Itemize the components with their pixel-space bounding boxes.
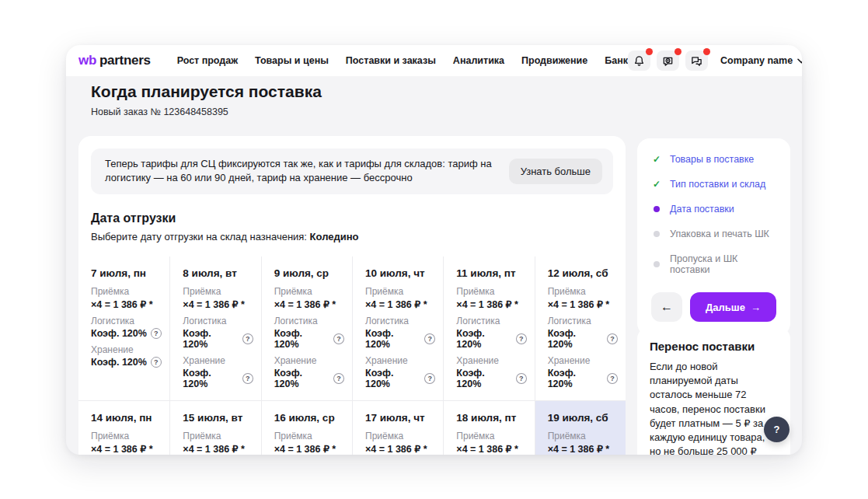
storage-coef-value: Коэф. 120% ? bbox=[365, 368, 435, 389]
coef-tooltip-icon[interactable]: ? bbox=[333, 333, 344, 344]
coef-tooltip-icon[interactable]: ? bbox=[607, 333, 618, 344]
transfer-title: Перенос поставки bbox=[650, 340, 778, 353]
banner-text: Теперь тарифы для СЦ фиксируются так же,… bbox=[105, 157, 495, 186]
step-item[interactable]: Дата поставки bbox=[651, 204, 776, 215]
support-button[interactable] bbox=[657, 51, 679, 71]
coef-tooltip-icon[interactable]: ? bbox=[151, 328, 162, 339]
nav-item[interactable]: Продвижение bbox=[521, 55, 587, 66]
date-cell-header: 18 июля, пт bbox=[456, 412, 526, 424]
shipping-date-card: Теперь тарифы для СЦ фиксируются так же,… bbox=[78, 136, 626, 455]
help-bubble-icon bbox=[662, 55, 674, 67]
current-step-dot-icon bbox=[651, 206, 662, 212]
date-grid-row: 14 июля, пнПриёмка×4 = 1 386 ₽ *Логистик… bbox=[78, 400, 626, 455]
logistics-coef-value: Коэф. 120% ? bbox=[91, 328, 162, 339]
coef-tooltip-icon[interactable]: ? bbox=[151, 357, 162, 368]
back-button[interactable]: ← bbox=[651, 292, 682, 322]
company-selector[interactable]: Company name bbox=[720, 55, 802, 66]
coef-tooltip-icon[interactable]: ? bbox=[333, 373, 344, 384]
acceptance-label: Приёмка bbox=[548, 431, 618, 441]
acceptance-label: Приёмка bbox=[274, 286, 344, 297]
notification-dot bbox=[703, 48, 710, 55]
next-button[interactable]: Дальше → bbox=[690, 292, 776, 322]
storage-label: Хранение bbox=[274, 355, 344, 366]
acceptance-label: Приёмка bbox=[548, 286, 618, 297]
date-cell[interactable]: 9 июля, срПриёмка×4 = 1 386 ₽ *Логистика… bbox=[261, 256, 352, 400]
nav-right-cluster: Company name bbox=[628, 51, 802, 71]
storage-label: Хранение bbox=[365, 355, 435, 366]
nav-item[interactable]: Банк bbox=[605, 55, 628, 66]
step-label: Товары в поставке bbox=[670, 154, 754, 165]
step-item[interactable]: Пропуска и ШК поставки bbox=[651, 253, 776, 275]
acceptance-value: ×4 = 1 386 ₽ * bbox=[456, 298, 526, 310]
date-cell[interactable]: 15 июля, втПриёмка×4 = 1 386 ₽ *Логистик… bbox=[169, 401, 260, 455]
messages-button[interactable] bbox=[685, 51, 708, 71]
check-icon: ✓ bbox=[651, 179, 662, 190]
check-icon: ✓ bbox=[651, 154, 662, 165]
storage-label: Хранение bbox=[456, 355, 526, 366]
date-cell-header: 16 июля, ср bbox=[274, 412, 344, 424]
notifications-button[interactable] bbox=[628, 51, 650, 71]
nav-item[interactable]: Рост продаж bbox=[177, 55, 238, 66]
acceptance-value: ×4 = 1 386 ₽ * bbox=[274, 298, 344, 310]
step-label: Упаковка и печать ШК bbox=[670, 229, 769, 239]
logo-partners: partners bbox=[99, 53, 151, 68]
nav-item[interactable]: Аналитика bbox=[453, 55, 504, 66]
date-cell[interactable]: 17 июля, чтПриёмка×4 = 1 386 ₽ *Логистик… bbox=[352, 401, 443, 455]
nav-item[interactable]: Товары и цены bbox=[255, 55, 329, 66]
date-cell-header: 11 июля, пт bbox=[456, 267, 526, 279]
storage-label: Хранение bbox=[548, 355, 618, 366]
logistics-coef-value: Коэф. 120% ? bbox=[548, 328, 618, 350]
step-item[interactable]: Упаковка и печать ШК bbox=[651, 229, 776, 239]
date-cell[interactable]: 16 июля, срПриёмка×4 = 1 386 ₽ *Логистик… bbox=[261, 401, 352, 455]
steps-panel: ✓Товары в поставке✓Тип поставки и складД… bbox=[637, 138, 790, 336]
date-grid-row: 7 июля, пнПриёмка×4 = 1 386 ₽ *Логистика… bbox=[78, 256, 626, 400]
step-label: Тип поставки и склад bbox=[670, 179, 765, 190]
acceptance-value: ×4 = 1 386 ₽ * bbox=[183, 298, 253, 310]
notification-dot bbox=[646, 48, 653, 55]
date-cell-header: 19 июля, сб bbox=[548, 412, 618, 424]
date-cell-header: 9 июля, ср bbox=[274, 267, 344, 279]
logistics-coef-value: Коэф. 120% ? bbox=[274, 328, 344, 350]
date-cell[interactable]: 7 июля, пнПриёмка×4 = 1 386 ₽ *Логистика… bbox=[78, 256, 169, 400]
acceptance-value: ×4 = 1 386 ₽ * bbox=[91, 298, 162, 310]
date-cell[interactable]: 18 июля, птПриёмка×4 = 1 386 ₽ *Логистик… bbox=[443, 401, 534, 455]
step-item[interactable]: ✓Тип поставки и склад bbox=[651, 179, 776, 190]
storage-coef-value: Коэф. 120% ? bbox=[274, 368, 344, 389]
acceptance-value: ×4 = 1 386 ₽ * bbox=[456, 443, 526, 455]
learn-more-button[interactable]: Узнать больше bbox=[509, 159, 602, 184]
date-cell[interactable]: 11 июля, птПриёмка×4 = 1 386 ₽ *Логистик… bbox=[443, 256, 534, 400]
coef-tooltip-icon[interactable]: ? bbox=[424, 373, 435, 384]
logistics-coef-value: Коэф. 120% ? bbox=[183, 328, 253, 350]
coef-tooltip-icon[interactable]: ? bbox=[424, 333, 435, 344]
coef-tooltip-icon[interactable]: ? bbox=[516, 373, 527, 384]
acceptance-label: Приёмка bbox=[365, 286, 435, 297]
storage-coef-value: Коэф. 120% ? bbox=[183, 368, 253, 389]
coef-tooltip-icon[interactable]: ? bbox=[242, 373, 253, 384]
date-cell[interactable]: 10 июля, чтПриёмка×4 = 1 386 ₽ *Логистик… bbox=[352, 256, 443, 400]
step-label: Пропуска и ШК поставки bbox=[670, 253, 776, 275]
date-cell[interactable]: 8 июля, втПриёмка×4 = 1 386 ₽ *Логистика… bbox=[169, 256, 260, 400]
date-cell-header: 8 июля, вт bbox=[183, 267, 253, 279]
top-navigation: wb partners Рост продажТовары и ценыПост… bbox=[66, 45, 802, 76]
coef-tooltip-icon[interactable]: ? bbox=[607, 373, 618, 384]
date-cell[interactable]: 19 июля, сбПриёмка×4 = 1 386 ₽ *Логистик… bbox=[535, 401, 626, 455]
transfer-text: Если до новой планируемой даты осталось … bbox=[650, 360, 778, 455]
date-cell[interactable]: 12 июля, сбПриёмка×4 = 1 386 ₽ *Логистик… bbox=[535, 256, 626, 400]
storage-coef-value: Коэф. 120% ? bbox=[548, 368, 618, 389]
date-cell[interactable]: 14 июля, пнПриёмка×4 = 1 386 ₽ *Логистик… bbox=[78, 401, 169, 455]
step-label: Дата поставки bbox=[670, 204, 734, 215]
date-cell-header: 10 июля, чт bbox=[365, 267, 435, 279]
wb-partners-logo[interactable]: wb partners bbox=[78, 53, 151, 68]
acceptance-value: ×4 = 1 386 ₽ * bbox=[91, 443, 162, 455]
acceptance-label: Приёмка bbox=[91, 431, 162, 441]
coef-tooltip-icon[interactable]: ? bbox=[516, 333, 527, 344]
acceptance-value: ×4 = 1 386 ₽ * bbox=[548, 443, 618, 455]
step-item[interactable]: ✓Товары в поставке bbox=[651, 154, 776, 165]
help-fab-button[interactable]: ? bbox=[764, 417, 790, 442]
coef-tooltip-icon[interactable]: ? bbox=[242, 333, 253, 344]
date-cell-header: 14 июля, пн bbox=[91, 412, 162, 424]
nav-item[interactable]: Поставки и заказы bbox=[346, 55, 436, 66]
date-grid: 7 июля, пнПриёмка×4 = 1 386 ₽ *Логистика… bbox=[78, 256, 626, 455]
acceptance-label: Приёмка bbox=[183, 286, 253, 297]
logistics-label: Логистика bbox=[365, 316, 435, 326]
